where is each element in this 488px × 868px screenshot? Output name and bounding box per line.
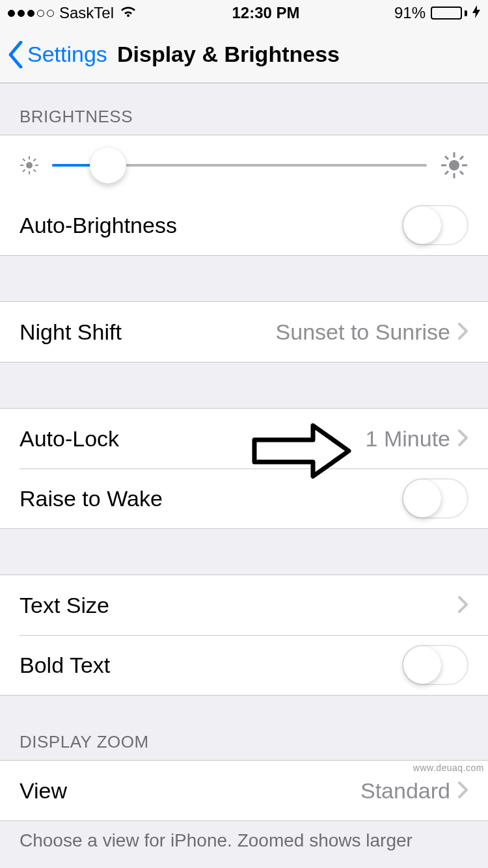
text-size-row[interactable]: Text Size: [0, 575, 488, 635]
watermark: www.deuaq.com: [413, 763, 484, 773]
night-shift-value: Sunset to Sunrise: [276, 319, 450, 345]
back-label: Settings: [27, 42, 107, 67]
svg-line-14: [445, 156, 448, 159]
brightness-group: Auto-Brightness: [0, 135, 488, 256]
raise-to-wake-row: Raise to Wake: [0, 468, 488, 528]
chevron-right-icon: [458, 319, 468, 345]
night-shift-group: Night Shift Sunset to Sunrise: [0, 301, 488, 362]
text-size-label: Text Size: [20, 593, 109, 618]
svg-line-8: [34, 159, 36, 161]
chevron-right-icon: [458, 778, 468, 804]
display-zoom-footer: Choose a view for iPhone. Zoomed shows l…: [0, 821, 488, 851]
clock: 12:30 PM: [232, 4, 299, 22]
auto-brightness-row: Auto-Brightness: [0, 195, 488, 255]
page-title: Display & Brightness: [117, 42, 340, 67]
auto-lock-label: Auto-Lock: [20, 426, 119, 452]
section-header-brightness: BRIGHTNESS: [0, 83, 488, 135]
wifi-icon: [119, 4, 137, 22]
svg-line-5: [23, 159, 25, 161]
lock-group: Auto-Lock 1 Minute Raise to Wake: [0, 408, 488, 529]
signal-strength-icon: [8, 10, 54, 17]
chevron-right-icon: [458, 426, 468, 452]
charging-icon: [472, 5, 480, 21]
night-shift-row[interactable]: Night Shift Sunset to Sunrise: [0, 302, 488, 362]
chevron-right-icon: [458, 593, 468, 618]
auto-lock-value: 1 Minute: [366, 426, 450, 452]
bold-text-label: Bold Text: [20, 653, 110, 678]
status-bar: SaskTel 12:30 PM 91%: [0, 0, 488, 26]
bold-text-row: Bold Text: [0, 635, 488, 695]
text-group: Text Size Bold Text: [0, 575, 488, 696]
auto-brightness-toggle[interactable]: [402, 205, 468, 245]
view-value: Standard: [360, 778, 450, 804]
night-shift-label: Night Shift: [20, 319, 122, 345]
auto-brightness-label: Auto-Brightness: [20, 213, 177, 238]
section-header-display-zoom: DISPLAY ZOOM: [0, 696, 488, 760]
svg-line-17: [460, 156, 463, 159]
svg-line-16: [445, 171, 448, 174]
sun-large-icon: [440, 151, 468, 180]
battery-percent: 91%: [394, 4, 426, 22]
carrier-label: SaskTel: [59, 4, 114, 22]
chevron-left-icon: [8, 41, 23, 68]
svg-line-7: [23, 170, 25, 172]
back-button[interactable]: Settings: [8, 41, 107, 68]
bold-text-toggle[interactable]: [402, 645, 468, 685]
svg-line-15: [460, 171, 463, 174]
auto-lock-row[interactable]: Auto-Lock 1 Minute: [0, 409, 488, 468]
brightness-slider-knob[interactable]: [90, 147, 126, 183]
svg-point-0: [26, 162, 33, 169]
brightness-slider[interactable]: [52, 164, 427, 167]
raise-to-wake-toggle[interactable]: [402, 478, 468, 519]
sun-small-icon: [20, 156, 39, 175]
svg-point-9: [449, 160, 459, 170]
navigation-bar: Settings Display & Brightness: [0, 26, 488, 83]
brightness-slider-row: [0, 135, 488, 195]
svg-line-6: [34, 170, 36, 172]
battery-icon: [431, 7, 467, 20]
raise-to-wake-label: Raise to Wake: [20, 486, 163, 511]
view-label: View: [20, 778, 67, 804]
